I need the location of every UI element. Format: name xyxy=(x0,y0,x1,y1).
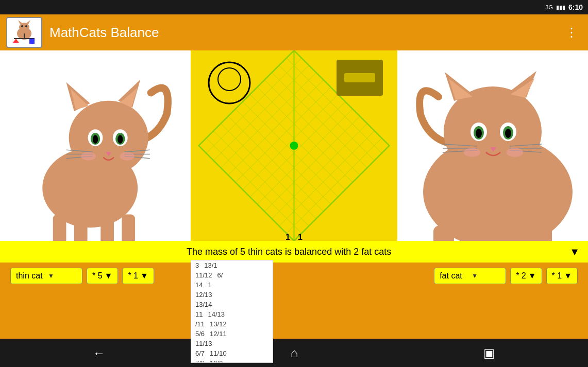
left-cat-selector[interactable]: thin cat ▼ xyxy=(10,268,82,284)
svg-line-64 xyxy=(258,88,352,182)
balance-panel: 1 1 xyxy=(191,50,397,241)
fraction-row[interactable]: 13/14 xyxy=(191,300,273,309)
svg-text:1: 1 xyxy=(285,233,290,241)
fraction-row[interactable]: 11/13 xyxy=(191,339,273,348)
right-cat-arrow: ▼ xyxy=(472,272,500,279)
left-cat-label: thin cat xyxy=(16,271,45,281)
left-cat-panel xyxy=(0,50,191,241)
right-multiplier-1[interactable]: * 2 ▼ xyxy=(510,268,542,284)
left-mult-1-value: * 5 xyxy=(92,271,103,281)
svg-point-99 xyxy=(507,148,523,157)
controls-area: thin cat ▼ * 5 ▼ * 1 ▼ fat cat ▼ * 2 ▼ *… xyxy=(0,263,588,289)
status-bar: 3G ▮▮▮ 6:10 xyxy=(0,0,588,14)
left-mult-1-arrow: ▼ xyxy=(105,271,113,281)
menu-button[interactable]: ⋮ xyxy=(561,21,582,44)
fraction-row[interactable]: 5/612/11 xyxy=(191,329,273,339)
svg-line-65 xyxy=(250,95,345,189)
left-cat-arrow: ▼ xyxy=(48,272,77,279)
svg-point-22 xyxy=(93,135,98,143)
svg-point-80 xyxy=(444,86,542,177)
fraction-row[interactable]: 7/810/9 xyxy=(191,358,273,363)
right-mult-2-arrow: ▼ xyxy=(564,271,572,281)
balance-message: The mass of 5 thin cats is balanced with… xyxy=(8,247,569,257)
svg-point-42 xyxy=(218,68,241,91)
fraction-row[interactable]: 1114/13 xyxy=(191,309,273,319)
right-cat-panel xyxy=(397,50,588,241)
svg-rect-101 xyxy=(460,228,480,241)
right-cat-label: fat cat xyxy=(440,271,468,281)
top-bar: MathCats Balance ⋮ xyxy=(0,14,588,50)
fraction-row[interactable]: 12/13 xyxy=(191,290,273,300)
svg-point-90 xyxy=(505,129,511,138)
svg-rect-100 xyxy=(433,225,454,241)
fraction-row[interactable]: 141 xyxy=(191,280,273,290)
svg-point-6 xyxy=(25,25,27,27)
svg-point-2 xyxy=(19,23,29,32)
right-mult-1-arrow: ▼ xyxy=(528,271,536,281)
right-mult-2-value: * 1 xyxy=(552,271,562,281)
recent-button[interactable]: ▣ xyxy=(471,342,508,364)
home-button[interactable]: ⌂ xyxy=(278,342,311,364)
svg-rect-10 xyxy=(29,39,35,44)
svg-rect-102 xyxy=(506,228,525,241)
svg-line-53 xyxy=(258,109,352,204)
svg-text:1: 1 xyxy=(298,233,303,241)
svg-line-52 xyxy=(250,102,345,197)
svg-line-71 xyxy=(207,138,301,233)
svg-line-51 xyxy=(243,95,338,189)
battery-icon: ▮▮▮ xyxy=(556,4,565,11)
message-bar: The mass of 5 thin cats is balanced with… xyxy=(0,241,588,263)
back-button[interactable]: ← xyxy=(80,342,117,364)
right-multiplier-2[interactable]: * 1 ▼ xyxy=(546,268,578,284)
fraction-dropdown[interactable]: 313/111/126/14112/1313/141114/13/1113/12… xyxy=(191,260,273,363)
left-multiplier-2[interactable]: * 1 ▼ xyxy=(122,268,154,284)
svg-rect-103 xyxy=(531,225,552,241)
clock: 6:10 xyxy=(568,3,583,11)
svg-rect-44 xyxy=(344,73,375,82)
svg-point-98 xyxy=(464,148,480,157)
nav-bar: ← ⌂ ▣ xyxy=(0,339,588,367)
svg-point-32 xyxy=(120,152,135,160)
right-mult-1-value: * 2 xyxy=(516,271,526,281)
right-cat-selector[interactable]: fat cat ▼ xyxy=(434,268,506,284)
svg-rect-35 xyxy=(100,217,114,241)
message-dropdown-arrow[interactable]: ▼ xyxy=(569,246,580,258)
svg-line-57 xyxy=(287,138,381,233)
fraction-row[interactable]: 313/1 xyxy=(191,260,273,270)
svg-point-23 xyxy=(117,135,123,143)
svg-line-55 xyxy=(272,124,367,219)
left-mult-2-arrow: ▼ xyxy=(140,271,148,281)
fraction-row[interactable]: 6/711/10 xyxy=(191,348,273,358)
svg-point-75 xyxy=(290,142,298,150)
signal-icon: 3G xyxy=(545,4,553,10)
svg-point-13 xyxy=(69,101,148,175)
svg-rect-34 xyxy=(74,217,88,241)
svg-line-54 xyxy=(265,116,360,211)
app-icon xyxy=(6,17,42,48)
svg-point-31 xyxy=(81,152,96,160)
svg-line-69 xyxy=(221,124,316,219)
svg-point-5 xyxy=(21,25,23,27)
svg-line-66 xyxy=(243,102,338,197)
svg-line-68 xyxy=(228,116,323,211)
fraction-row[interactable]: 11/126/ xyxy=(191,270,273,280)
app-title: MathCats Balance xyxy=(49,25,561,41)
svg-point-89 xyxy=(476,129,482,138)
svg-rect-33 xyxy=(53,215,66,241)
svg-line-67 xyxy=(236,109,330,204)
fraction-row[interactable]: /1113/12 xyxy=(191,319,273,329)
left-mult-2-value: * 1 xyxy=(128,271,138,281)
left-multiplier-1[interactable]: * 5 ▼ xyxy=(87,268,118,284)
svg-rect-36 xyxy=(122,215,135,241)
main-content: 1 1 xyxy=(0,50,588,241)
